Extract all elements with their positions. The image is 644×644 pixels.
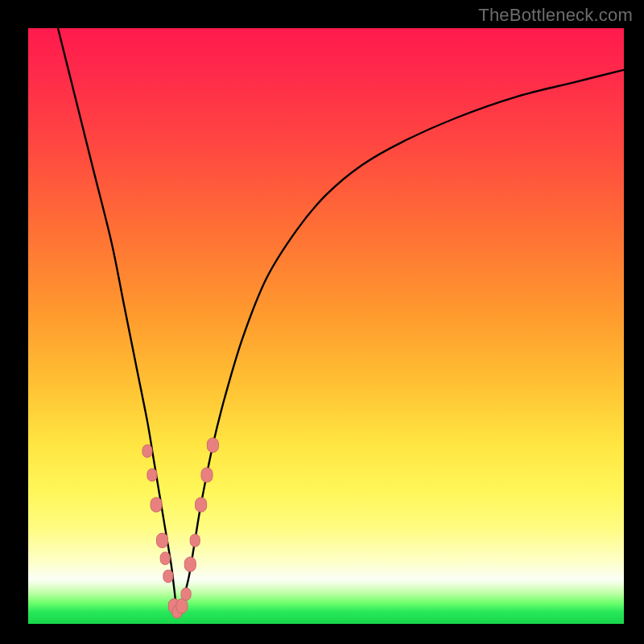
curve-marker	[157, 533, 168, 547]
curve-marker	[142, 445, 152, 458]
curve-marker	[181, 588, 191, 601]
curve-marker	[163, 570, 173, 583]
watermark-text: TheBottleneck.com	[478, 5, 633, 26]
bottleneck-curve-path	[58, 28, 624, 614]
curve-marker	[160, 552, 170, 565]
curve-marker	[207, 438, 218, 452]
curve-layer	[28, 28, 624, 624]
plot-area	[28, 28, 624, 624]
curve-marker	[190, 535, 200, 547]
curve-marker	[176, 599, 188, 613]
chart-frame: TheBottleneck.com	[0, 0, 644, 644]
bottleneck-curve	[58, 28, 624, 614]
curve-marker	[151, 497, 162, 512]
curve-marker	[147, 469, 157, 481]
curve-marker	[196, 497, 207, 512]
curve-marker	[184, 557, 196, 572]
curve-marker	[201, 468, 213, 482]
